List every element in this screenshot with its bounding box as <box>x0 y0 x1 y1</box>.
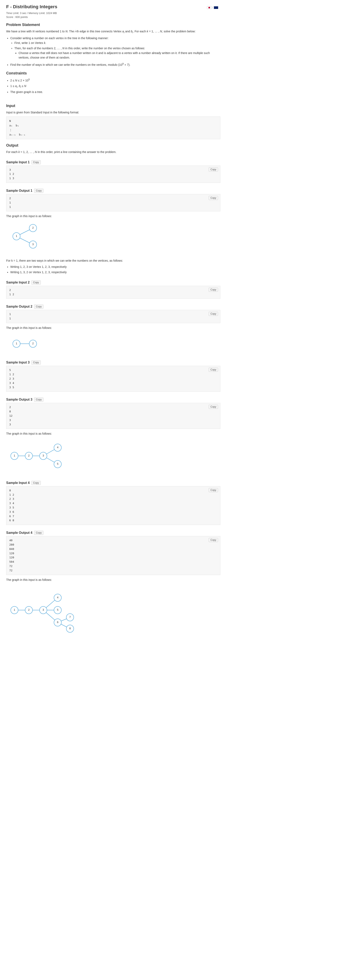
sample-output-2-title: Sample Output 2 <box>6 305 32 309</box>
svg-text:3: 3 <box>43 454 44 457</box>
sample-input-2-copy-right-button[interactable]: Copy <box>209 288 218 292</box>
svg-text:1: 1 <box>14 454 15 457</box>
sample-output-4-header: Sample Output 4Copy <box>6 531 220 535</box>
sample-output-1-block: 2 1 1Copy <box>6 194 220 212</box>
graph-svg: 12345 <box>6 439 70 474</box>
sample-input-2-block: 2 1 2Copy <box>6 286 220 299</box>
sample-input-4-header: Sample Input 4Copy <box>6 481 220 485</box>
language-switcher[interactable]: / <box>207 6 218 9</box>
sample-4-graph: 12345678 <box>6 585 220 644</box>
sample-output-2-copy-right-button[interactable]: Copy <box>209 312 218 316</box>
sample-input-1-title: Sample Input 1 <box>6 161 30 164</box>
sample-3-explanation: The graph in this input is as follows: <box>6 431 220 436</box>
sample-input-1-header: Sample Input 1Copy <box>6 160 220 164</box>
flag-separator: / <box>212 6 213 9</box>
time-memory-limit: Time Limit: 3 sec / Memory Limit: 1024 M… <box>6 11 220 14</box>
sample-1-extra-intro: For k = 1, there are two ways in which w… <box>6 258 220 263</box>
constraints-title: Constraints <box>6 71 220 75</box>
sample-output-3-block: 2 8 12 3 3Copy <box>6 403 220 429</box>
page-title: F - Distributing Integers <box>6 4 220 10</box>
output-description: For each k = 1, 2, … , N in this order, … <box>6 150 220 154</box>
sample-output-3-header: Sample Output 3Copy <box>6 398 220 402</box>
sample-output-2-copy-button[interactable]: Copy <box>34 304 43 309</box>
sample-input-1-copy-button[interactable]: Copy <box>31 160 41 164</box>
sample-2-graph: 12 <box>6 333 220 355</box>
sample-input-2-title: Sample Input 2 <box>6 281 30 284</box>
sample-output-1-title: Sample Output 1 <box>6 189 32 192</box>
list-item: Writing 1, 3, 2 on Vertex 1, 2, 3, respe… <box>10 270 220 274</box>
svg-text:1: 1 <box>16 342 17 345</box>
sample-output-2-block: 1 1Copy <box>6 310 220 323</box>
sample-2-explanation: The graph in this input is as follows: <box>6 326 220 330</box>
sample-output-3-title: Sample Output 3 <box>6 398 32 401</box>
sample-input-1-copy-right-button[interactable]: Copy <box>209 167 218 172</box>
sample-output-2-header: Sample Output 2Copy <box>6 304 220 309</box>
svg-text:2: 2 <box>28 454 29 457</box>
sample-input-3-block: 5 1 2 2 3 3 4 3 5Copy <box>6 366 220 392</box>
flag-jp <box>207 6 212 9</box>
sample-output-4-title: Sample Output 4 <box>6 531 32 535</box>
sample-output-1-copy-right-button[interactable]: Copy <box>209 196 218 200</box>
sample-4-explanation: The graph in this input is as follows: <box>6 578 220 582</box>
svg-text:1: 1 <box>14 608 15 611</box>
svg-text:3: 3 <box>32 243 33 246</box>
sample-input-4-title: Sample Input 4 <box>6 481 30 485</box>
output-title: Output <box>6 143 220 148</box>
sample-input-4-copy-right-button[interactable]: Copy <box>209 488 218 492</box>
sample-output-1-header: Sample Output 1Copy <box>6 189 220 193</box>
sample-output-3-copy-right-button[interactable]: Copy <box>209 405 218 409</box>
svg-text:4: 4 <box>57 446 58 449</box>
svg-text:6: 6 <box>57 620 58 624</box>
graph-svg: 123 <box>6 222 48 253</box>
input-description: Input is given from Standard Input in th… <box>6 110 220 115</box>
sample-1-graph: 123 <box>6 222 220 253</box>
sample-output-4-copy-right-button[interactable]: Copy <box>209 538 218 542</box>
svg-text:5: 5 <box>57 608 58 611</box>
sample-input-4-copy-button[interactable]: Copy <box>31 481 41 485</box>
problem-items: Consider writing a number on each vertex… <box>10 36 220 67</box>
svg-text:4: 4 <box>57 596 58 599</box>
sample-output-4-copy-button[interactable]: Copy <box>34 531 43 535</box>
sample-output-1-copy-button[interactable]: Copy <box>34 189 43 193</box>
svg-text:2: 2 <box>32 226 33 229</box>
problem-statement-title: Problem Statement <box>6 23 220 27</box>
sample-3-graph: 12345 <box>6 439 220 475</box>
svg-text:7: 7 <box>69 616 71 619</box>
sample-output-4-block: 40 280 840 120 120 504 72 72Copy <box>6 536 220 575</box>
svg-text:2: 2 <box>32 342 33 345</box>
sample-input-2-copy-button[interactable]: Copy <box>31 280 41 285</box>
sample-input-4-block: 8 1 2 2 3 3 4 3 5 3 6 6 7 6 8Copy <box>6 486 220 525</box>
sample-input-3-copy-right-button[interactable]: Copy <box>209 368 218 372</box>
svg-text:3: 3 <box>43 608 44 611</box>
sample-input-3-title: Sample Input 3 <box>6 361 30 364</box>
sample-input-3-header: Sample Input 3Copy <box>6 360 220 364</box>
list-item: Writing 1, 2, 3 on Vertex 1, 2, 3, respe… <box>10 264 220 269</box>
svg-text:5: 5 <box>57 462 58 465</box>
svg-text:2: 2 <box>28 608 29 611</box>
sample-1-extra-list: Writing 1, 2, 3 on Vertex 1, 2, 3, respe… <box>10 264 220 275</box>
problem-intro: We have a tree with N vertices numbered … <box>6 29 220 34</box>
input-title: Input <box>6 104 220 108</box>
sample-input-3-copy-button[interactable]: Copy <box>31 360 41 364</box>
svg-text:8: 8 <box>69 627 71 630</box>
sample-input-1-block: 3 1 2 1 3Copy <box>6 165 220 183</box>
svg-text:1: 1 <box>16 234 17 237</box>
input-format: N a₁ b₁ ⋮ aₙ₋₁ bₙ₋₁ <box>6 116 220 139</box>
score: Score : 600 points <box>6 16 220 19</box>
flag-en <box>214 6 218 9</box>
sample-output-3-copy-button[interactable]: Copy <box>34 398 43 402</box>
graph-svg: 12 <box>6 333 48 354</box>
constraints-list: 2 ≤ N ≤ 2 × 105 1 ≤ ai, bi ≤ N The given… <box>10 78 220 94</box>
sample-input-2-header: Sample Input 2Copy <box>6 280 220 285</box>
sample-1-explanation: The graph in this input is as follows: <box>6 214 220 218</box>
graph-svg: 12345678 <box>6 585 82 643</box>
